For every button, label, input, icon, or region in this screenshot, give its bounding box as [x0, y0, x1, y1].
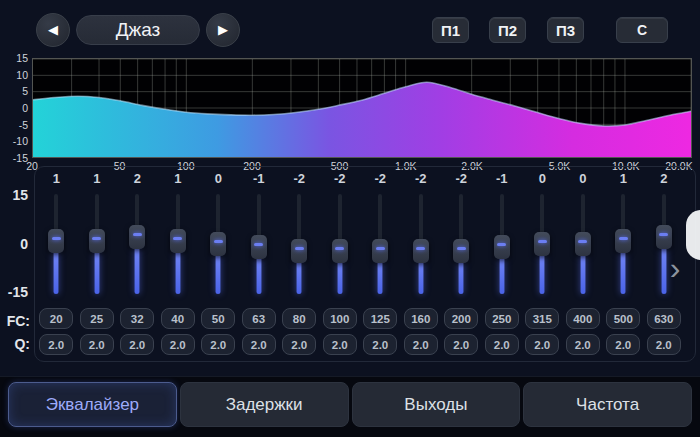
- slider-thumb[interactable]: [291, 239, 307, 263]
- band-q-button[interactable]: 2.0: [444, 334, 478, 355]
- tab-1[interactable]: Эквалайзер: [8, 382, 177, 427]
- band-fc-button[interactable]: 100: [323, 308, 357, 329]
- band-q-button[interactable]: 2.0: [606, 334, 640, 355]
- slider-fill: [175, 248, 180, 294]
- band-q-button[interactable]: 2.0: [120, 334, 154, 355]
- preset-memory-3-button[interactable]: П3: [547, 17, 584, 43]
- slider-thumb[interactable]: [494, 235, 510, 259]
- band-fc-button[interactable]: 500: [606, 308, 640, 329]
- band-gain-value: 1: [174, 170, 181, 188]
- band-fc-button[interactable]: 630: [647, 308, 681, 329]
- thumb-grip-icon: [376, 247, 385, 250]
- slider-thumb[interactable]: [575, 232, 591, 256]
- slider-thumb[interactable]: [332, 239, 348, 263]
- band-slider[interactable]: [401, 190, 442, 298]
- band-q-button[interactable]: 2.0: [282, 334, 316, 355]
- slider-thumb[interactable]: [210, 232, 226, 256]
- band-slider[interactable]: [360, 190, 401, 298]
- band-q-button[interactable]: 2.0: [647, 334, 681, 355]
- slider-thumb[interactable]: [413, 239, 429, 263]
- band-fc-button[interactable]: 315: [525, 308, 559, 329]
- band-slider[interactable]: [279, 190, 320, 298]
- thumb-grip-icon: [416, 247, 425, 250]
- prev-preset-button[interactable]: ◀: [36, 13, 70, 47]
- slider-fill: [216, 251, 221, 294]
- tab-3[interactable]: Выходы: [352, 382, 521, 427]
- equalizer-screen: ◀ Джаз ▶ П1 П2 П3 C 151050-5-10-15 20501…: [0, 0, 700, 437]
- band-slider[interactable]: [198, 190, 239, 298]
- slider-fill: [459, 258, 464, 294]
- slider-thumb[interactable]: [615, 229, 631, 253]
- band-gain-value: 2: [134, 170, 141, 188]
- tab-2[interactable]: Задержки: [180, 382, 349, 427]
- band-q-button[interactable]: 2.0: [242, 334, 276, 355]
- band-q-button[interactable]: 2.0: [566, 334, 600, 355]
- edge-handle[interactable]: [686, 210, 700, 260]
- band-q-button[interactable]: 2.0: [485, 334, 519, 355]
- thumb-grip-icon: [214, 240, 223, 243]
- slider-thumb[interactable]: [372, 239, 388, 263]
- next-preset-button[interactable]: ▶: [206, 13, 240, 47]
- band-q-button[interactable]: 2.0: [525, 334, 559, 355]
- eq-response-chart: 151050-5-10-15 20501002005001.0K2.0K5.0K…: [0, 50, 700, 174]
- y-tick-label: -5: [2, 119, 28, 131]
- slider-thumb[interactable]: [129, 225, 145, 249]
- reset-button[interactable]: C: [616, 17, 668, 43]
- band-fc-button[interactable]: 160: [404, 308, 438, 329]
- band-fc-button[interactable]: 20: [39, 308, 73, 329]
- band-slider[interactable]: [563, 190, 604, 298]
- slider-thumb[interactable]: [48, 229, 64, 253]
- slider-thumb[interactable]: [89, 229, 105, 253]
- preset-name[interactable]: Джаз: [76, 15, 200, 45]
- slider-fill: [256, 254, 261, 294]
- band-slider[interactable]: [320, 190, 361, 298]
- band-fc-button[interactable]: 80: [282, 308, 316, 329]
- band-gain-value: 0: [215, 170, 222, 188]
- thumb-grip-icon: [538, 240, 547, 243]
- preset-memory-2-button[interactable]: П2: [489, 17, 526, 43]
- band-slider[interactable]: [158, 190, 199, 298]
- band-q-button[interactable]: 2.0: [201, 334, 235, 355]
- slider-thumb[interactable]: [534, 232, 550, 256]
- band-slider[interactable]: [117, 190, 158, 298]
- band-q-button[interactable]: 2.0: [80, 334, 114, 355]
- band-fc-button[interactable]: 200: [444, 308, 478, 329]
- slider-thumb[interactable]: [453, 239, 469, 263]
- band-slider[interactable]: [36, 190, 77, 298]
- band-slider[interactable]: [441, 190, 482, 298]
- slider-thumb[interactable]: [656, 225, 672, 249]
- band-gain-value: 0: [539, 170, 546, 188]
- band-slider[interactable]: [239, 190, 280, 298]
- band-gain-value: -1: [496, 170, 508, 188]
- band-slider[interactable]: [77, 190, 118, 298]
- band-slider[interactable]: [603, 190, 644, 298]
- band-q-button[interactable]: 2.0: [404, 334, 438, 355]
- slider-fill: [499, 254, 504, 294]
- band-fc-button[interactable]: 400: [566, 308, 600, 329]
- band-fc-button[interactable]: 40: [161, 308, 195, 329]
- band-gain-value: -2: [334, 170, 346, 188]
- band-fc-button[interactable]: 32: [120, 308, 154, 329]
- band-fc-button[interactable]: 63: [242, 308, 276, 329]
- thumb-grip-icon: [92, 237, 101, 240]
- band-fc-button[interactable]: 25: [80, 308, 114, 329]
- slider-thumb[interactable]: [251, 235, 267, 259]
- band-fc-button[interactable]: 50: [201, 308, 235, 329]
- next-bands-button[interactable]: ›: [662, 248, 688, 288]
- tab-4[interactable]: Частота: [523, 382, 692, 427]
- band-slider[interactable]: [482, 190, 523, 298]
- band-fc-button[interactable]: 250: [485, 308, 519, 329]
- preset-memory-1-button[interactable]: П1: [432, 17, 469, 43]
- slider-thumb[interactable]: [170, 229, 186, 253]
- slider-fill: [540, 251, 545, 294]
- band-q-button[interactable]: 2.0: [161, 334, 195, 355]
- fc-row-label: FC:: [0, 313, 30, 329]
- thumb-grip-icon: [133, 233, 142, 236]
- band-gain-value: -2: [293, 170, 305, 188]
- band-slider[interactable]: [522, 190, 563, 298]
- band-fc-button[interactable]: 125: [363, 308, 397, 329]
- y-tick-label: 5: [2, 85, 28, 97]
- band-q-button[interactable]: 2.0: [323, 334, 357, 355]
- band-q-button[interactable]: 2.0: [39, 334, 73, 355]
- band-q-button[interactable]: 2.0: [363, 334, 397, 355]
